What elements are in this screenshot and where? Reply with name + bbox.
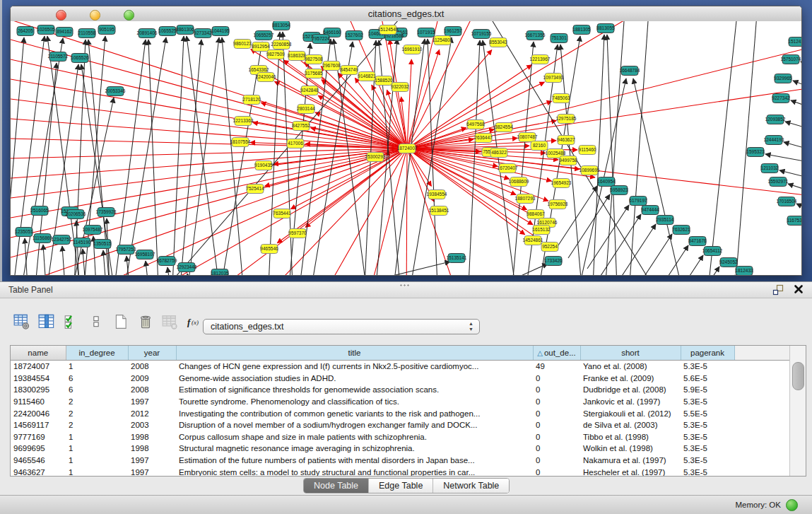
table-scrollbar-thumb[interactable] xyxy=(792,362,804,390)
function-builder-icon[interactable]: f(x) xyxy=(186,313,204,331)
table-cell[interactable]: Tibbo et al. (1998) xyxy=(580,431,681,443)
column-header-name[interactable]: name xyxy=(11,346,66,361)
column-header-title[interactable]: title xyxy=(176,346,533,361)
table-cell[interactable]: 18724007 xyxy=(11,361,66,373)
table-cell[interactable]: 5.3E-5 xyxy=(681,431,734,443)
table-cell[interactable]: 5.3E-5 xyxy=(681,455,734,467)
memory-status-indicator[interactable] xyxy=(786,499,798,511)
network-view[interactable]: 1872400726420510265058941622110558905195… xyxy=(11,21,801,275)
table-cell[interactable]: 5.3E-5 xyxy=(681,361,734,373)
table-cell[interactable]: 0 xyxy=(533,455,580,467)
table-cell[interactable]: Wolkin et al. (1998) xyxy=(580,443,681,455)
float-panel-icon[interactable] xyxy=(772,284,784,296)
table-row[interactable]: 1830029562008Estimation of significance … xyxy=(11,384,790,396)
window-titlebar[interactable]: citations_edges.txt xyxy=(11,6,801,22)
table-cell[interactable]: 1 xyxy=(66,443,128,455)
table-cell[interactable]: 6 xyxy=(66,373,128,385)
column-visibility-icon[interactable] xyxy=(37,313,56,331)
table-cell[interactable]: Estimation of the future numbers of pati… xyxy=(176,455,533,467)
tab-network-table[interactable]: Network Table xyxy=(433,479,509,493)
table-cell[interactable]: 0 xyxy=(533,396,580,408)
table-cell[interactable]: 18300295 xyxy=(11,384,66,396)
table-cell[interactable]: 2 xyxy=(66,407,128,419)
row-height-icon[interactable] xyxy=(87,313,105,331)
table-cell[interactable]: 22420046 xyxy=(11,407,66,419)
table-cell[interactable]: 2012 xyxy=(128,407,176,419)
table-cell[interactable]: 9777169 xyxy=(11,431,66,443)
table-cell[interactable]: 1 xyxy=(66,431,128,443)
table-cell[interactable]: Tourette syndrome. Phenomenology and cla… xyxy=(176,396,533,408)
table-cell[interactable]: 1997 xyxy=(128,455,176,467)
table-cell[interactable]: Franke et al. (2009) xyxy=(580,373,681,385)
table-row[interactable]: 911546021997Tourette syndrome. Phenomeno… xyxy=(11,396,790,408)
table-cell[interactable]: Nakamura et al. (1997) xyxy=(580,455,681,467)
table-cell[interactable]: Embryonic stem cells: a model to study s… xyxy=(176,466,533,477)
column-header-year[interactable]: year xyxy=(128,346,176,361)
table-cell[interactable]: 0 xyxy=(533,384,580,396)
table-cell[interactable]: 0 xyxy=(533,466,580,477)
column-header-in-degree[interactable]: in_degree xyxy=(66,346,128,361)
tab-node-table[interactable]: Node Table xyxy=(304,479,369,493)
table-cell[interactable]: 0 xyxy=(533,373,580,385)
table-cell[interactable]: 1997 xyxy=(128,466,176,477)
table-cell[interactable]: 1998 xyxy=(128,431,176,443)
delete-table-icon[interactable] xyxy=(136,313,155,331)
table-row[interactable]: 946362711997Embryonic stem cells: a mode… xyxy=(11,466,790,477)
table-row[interactable]: 946554611997Estimation of the future num… xyxy=(11,455,790,467)
table-cell[interactable]: 19384554 xyxy=(11,373,66,385)
close-panel-icon[interactable] xyxy=(794,284,805,296)
table-cell[interactable]: 49 xyxy=(533,361,580,373)
table-cell[interactable]: 5.6E-5 xyxy=(681,373,734,385)
table-cell[interactable]: 5.3E-5 xyxy=(681,466,734,477)
network-canvas[interactable]: 1872400726420510265058941622110558905195… xyxy=(11,21,802,276)
table-row[interactable]: 1456911722003Disruption of a novel membe… xyxy=(11,419,790,431)
column-header-short[interactable]: short xyxy=(580,346,681,361)
table-settings-icon[interactable] xyxy=(13,313,31,331)
column-header-out-de-[interactable]: △out_de... xyxy=(533,346,580,361)
table-cell[interactable]: Yano et al. (2008) xyxy=(580,361,681,373)
table-selector-dropdown[interactable]: citations_edges.txt ▲▼ xyxy=(203,319,480,334)
table-cell[interactable]: 14569117 xyxy=(11,419,66,431)
table-scrollbar[interactable] xyxy=(789,346,806,476)
table-row[interactable]: 977716911998Corpus callosum shape and si… xyxy=(11,431,790,443)
table-cell[interactable]: 2 xyxy=(66,396,128,408)
table-cell[interactable]: 6 xyxy=(66,384,128,396)
table-cell[interactable]: 0 xyxy=(533,431,580,443)
table-cell[interactable]: 5.9E-5 xyxy=(681,384,734,396)
table-cell[interactable]: Genome-wide association studies in ADHD. xyxy=(176,373,533,385)
table-cell[interactable]: Corpus callosum shape and size in male p… xyxy=(176,431,533,443)
table-cell[interactable]: 2009 xyxy=(128,373,176,385)
table-cell[interactable]: Structural magnetic resonance image aver… xyxy=(176,443,533,455)
table-cell[interactable]: 5.3E-5 xyxy=(681,396,734,408)
table-cell[interactable]: 9699695 xyxy=(11,443,66,455)
table-cell[interactable]: 2003 xyxy=(128,419,176,431)
row-selection-icon[interactable] xyxy=(62,313,81,331)
table-cell[interactable]: 2 xyxy=(66,419,128,431)
table-cell[interactable]: 1 xyxy=(66,455,128,467)
table-cell[interactable]: Changes of HCN gene expression and I(f) … xyxy=(176,361,533,373)
table-row[interactable]: 1872400712008Changes of HCN gene express… xyxy=(11,361,790,373)
panel-resize-grip[interactable] xyxy=(399,284,411,287)
table-cell[interactable]: 1997 xyxy=(128,396,176,408)
table-cell[interactable]: 9465546 xyxy=(11,455,66,467)
table-cell[interactable]: 1 xyxy=(66,361,128,373)
table-cell[interactable]: 0 xyxy=(533,419,580,431)
table-cell[interactable]: 5.3E-5 xyxy=(681,419,734,431)
table-cell[interactable]: 1998 xyxy=(128,443,176,455)
table-cell[interactable]: de Silva et al. (2003) xyxy=(580,419,681,431)
table-cell[interactable]: Estimation of significance thresholds fo… xyxy=(176,384,533,396)
table-cell[interactable]: 5.5E-5 xyxy=(681,407,734,419)
table-cell[interactable]: 9115460 xyxy=(11,396,66,408)
table-cell[interactable]: 9463627 xyxy=(11,466,66,477)
table-cell[interactable]: 0 xyxy=(533,407,580,419)
table-cell[interactable]: 2008 xyxy=(128,384,176,396)
table-cell[interactable]: 5.3E-5 xyxy=(681,443,734,455)
table-cell[interactable]: Dudbridge et al. (2008) xyxy=(580,384,681,396)
table-cell[interactable]: Stergiakouli et al. (2012) xyxy=(580,407,681,419)
table-cell[interactable]: Jankovic et al. (1997) xyxy=(580,396,681,408)
table-cell[interactable]: 0 xyxy=(533,443,580,455)
table-cell[interactable]: Hescheler et al. (1997) xyxy=(580,466,681,477)
table-cell[interactable]: 1 xyxy=(66,466,128,477)
table-cell[interactable]: Disruption of a novel member of a sodium… xyxy=(176,419,533,431)
table-cell[interactable]: 2008 xyxy=(128,361,176,373)
